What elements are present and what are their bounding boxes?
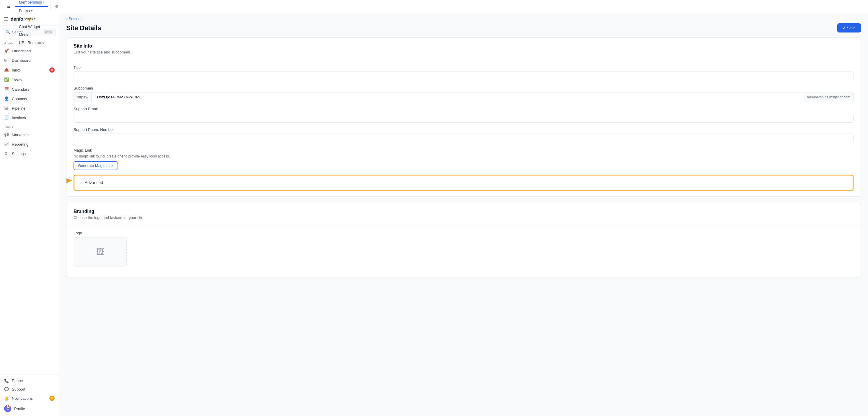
advanced-section[interactable]: › Advanced (73, 175, 854, 190)
sidebar-profile-label: Profile (14, 407, 25, 411)
sidebar-label-dashboard: Dashboard (12, 58, 31, 63)
site-info-card: Site Info Edit your site title and subdo… (66, 37, 861, 197)
dropdown-arrow-surveys: ▾ (34, 17, 35, 20)
nav-label-forms: Forms (19, 8, 30, 13)
advanced-label: Advanced (85, 180, 103, 185)
nav-label-surveys: Surveys (19, 17, 33, 21)
page-title: Site Details (66, 24, 101, 32)
site-info-title: Site Info (73, 43, 854, 49)
sidebar-item-notifications[interactable]: 🔔 Notifications 9 (0, 393, 59, 403)
reporting-icon: 📈 (4, 142, 9, 147)
inbox-icon: 📥 (4, 68, 9, 72)
nav-item-forms[interactable]: Forms▾ (16, 7, 48, 15)
nav-item-media[interactable]: Media (16, 31, 48, 39)
support-email-input[interactable] (73, 113, 854, 123)
logo-upload-area[interactable]: 🖼 (73, 237, 127, 267)
settings-icon: ⚙ (4, 151, 9, 156)
contacts-icon: 👤 (4, 96, 9, 101)
support-phone-input[interactable] (73, 133, 854, 143)
sidebar-item-support[interactable]: 💬 Support (0, 385, 59, 393)
subdomain-suffix: memberships.msgsndr.com (804, 93, 853, 101)
sidebar-item-calendars[interactable]: 📅 Calendars (0, 85, 59, 94)
branding-subtitle: Choose the logo and favicon for your sit… (73, 215, 854, 220)
calendar-icon: 📅 (4, 87, 9, 92)
branding-card: Branding Choose the logo and favicon for… (66, 203, 861, 277)
phone-icon: 📞 (4, 379, 9, 383)
subdomain-row: https:// memberships.msgsndr.com (73, 92, 854, 102)
sidebar-item-contacts[interactable]: 👤 Contacts (0, 94, 59, 103)
dashboard-icon: ⊞ (4, 58, 9, 63)
sidebar-item-marketing[interactable]: 📢 Marketing (0, 130, 59, 140)
sidebar-item-phone[interactable]: 📞 Phone (0, 377, 59, 385)
pipeline-icon: 📊 (4, 106, 9, 111)
branding-card-header: Branding Choose the logo and favicon for… (66, 203, 861, 225)
breadcrumb-parent: Settings (68, 17, 83, 21)
magic-link-form-group: Magic Link No magic link found, create o… (73, 148, 854, 170)
title-input[interactable] (73, 71, 854, 81)
gear-icon: ⚙ (55, 4, 59, 8)
sidebar-item-reporting[interactable]: 📈 Reporting (0, 140, 59, 149)
sidebar-label-calendars: Calendars (12, 87, 29, 92)
hamburger-icon: ☰ (7, 4, 11, 8)
search-icon: 🔍 (6, 30, 10, 34)
branding-body: Logo 🖼 (66, 225, 861, 277)
image-icon: 🖼 (96, 247, 104, 257)
sidebar-item-tasks[interactable]: ✅ Tasks (0, 75, 59, 85)
sidebar-badge-inbox: 0 (49, 67, 55, 73)
page-header: Site Details ✓ Save (59, 22, 868, 37)
sidebar-item-inbox[interactable]: 📥 Inbox0 (0, 65, 59, 75)
dropdown-arrow-forms: ▾ (31, 9, 32, 12)
sidebar-label-contacts: Contacts (12, 97, 27, 101)
sidebar-support-label: Support (12, 387, 25, 391)
sidebar-label-pipeline: Pipeline (12, 106, 25, 111)
nav-item-chat-widget[interactable]: Chat Widget (16, 23, 48, 31)
breadcrumb-arrow: ‹ (66, 17, 67, 21)
breadcrumb-link[interactable]: ‹ Settings (66, 17, 83, 21)
invoices-icon: 🧾 (4, 115, 9, 120)
sidebar-item-dashboard[interactable]: ⊞ Dashboard (0, 56, 59, 65)
sidebar-item-settings[interactable]: ⚙ Settings (0, 149, 59, 158)
nav-item-memberships[interactable]: Memberships▾ (16, 0, 48, 7)
marketing-icon: 📢 (4, 132, 9, 137)
magic-link-label: Magic Link (73, 148, 854, 152)
nav-label-chat-widget: Chat Widget (19, 25, 40, 29)
title-label: Title (73, 65, 854, 70)
sidebar-notifications-label: Notifications (12, 396, 33, 400)
hamburger-menu[interactable]: ☰ (4, 2, 14, 10)
subdomain-label: Subdomain (73, 86, 854, 90)
sidebar-label-marketing: Marketing (12, 133, 29, 137)
nav-item-surveys[interactable]: Surveys▾ (16, 15, 48, 23)
content-area: ‹ Settings Site Details ✓ Save Site Info… (59, 13, 868, 416)
tasks-icon: ✅ (4, 78, 9, 82)
magic-link-description: No magic link found, create one to provi… (73, 154, 854, 158)
sidebar-hamburger[interactable]: ☰ (4, 16, 8, 23)
svg-marker-0 (66, 178, 72, 184)
settings-gear-button[interactable]: ⚙ (53, 2, 60, 10)
sidebar-item-invoices[interactable]: 🧾 Invoices (0, 113, 59, 122)
subdomain-form-group: Subdomain https:// memberships.msgsndr.c… (73, 86, 854, 102)
sidebar-item-launchpad[interactable]: 🚀 Launchpad (0, 46, 59, 56)
sidebar-phone-label: Phone (12, 379, 23, 383)
site-info-body: Title Subdomain https:// memberships.msg… (66, 59, 861, 197)
dropdown-arrow-memberships: ▾ (43, 1, 44, 4)
sidebar-item-pipeline[interactable]: 📊 Pipeline (0, 103, 59, 113)
save-button[interactable]: ✓ Save (837, 23, 861, 32)
annotation-arrow (66, 166, 73, 189)
main-layout: ☰ demo. ⚡ 🔍 Search ctrl K Apps 🚀 Launchp… (0, 13, 868, 416)
site-info-card-header: Site Info Edit your site title and subdo… (66, 37, 861, 59)
support-phone-form-group: Support Phone Number (73, 127, 854, 143)
logo-form-group: Logo 🖼 (73, 231, 854, 267)
generate-magic-link-button[interactable]: Generate Magic Link (73, 161, 118, 170)
tools-section-label: Tools (0, 122, 59, 130)
nav-label-media: Media (19, 32, 29, 37)
nav-item-url-redirects[interactable]: URL Redirects (16, 39, 48, 47)
sidebar-item-profile[interactable]: G Profile (0, 403, 59, 414)
title-form-group: Title (73, 65, 854, 81)
sidebar-label-reporting: Reporting (12, 142, 28, 147)
support-email-form-group: Support Email (73, 107, 854, 123)
support-phone-label: Support Phone Number (73, 127, 854, 132)
subdomain-input[interactable] (92, 92, 804, 101)
profile-notification-dot (7, 405, 10, 408)
launchpad-icon: 🚀 (4, 49, 9, 53)
support-email-label: Support Email (73, 107, 854, 111)
